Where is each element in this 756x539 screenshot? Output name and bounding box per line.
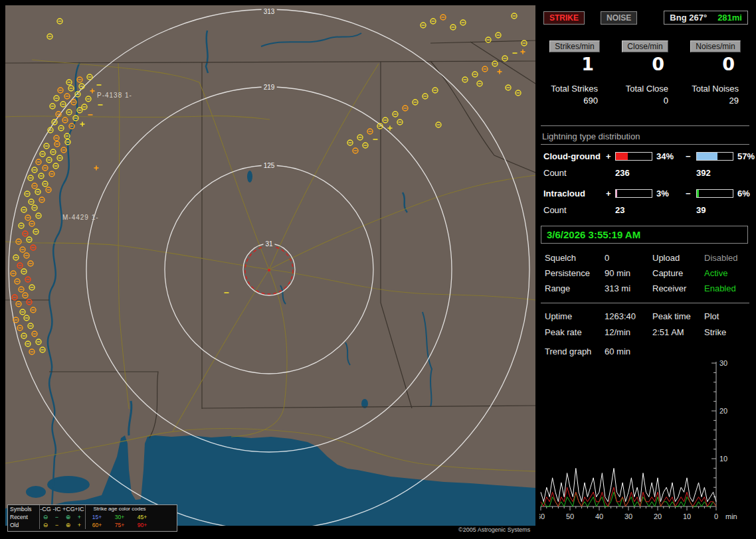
intracloud-label: Intracloud — [543, 189, 606, 198]
total-strikes-label: Total Strikes — [539, 84, 610, 94]
legend-header-cg-pos: +CG — [62, 505, 74, 513]
peak-rate-value: 12/min — [605, 327, 652, 337]
minus-sign: − — [686, 189, 696, 198]
total-close-label: Total Close — [610, 84, 680, 94]
old-ic-neg-icon: − — [51, 521, 62, 529]
bearing-distance: 281mi — [717, 13, 742, 23]
minus-sign: − — [686, 151, 696, 161]
svg-text:30: 30 — [624, 512, 632, 520]
cg-positive-count: 236 — [615, 168, 654, 178]
sidebar-panel: STRIKE NOISE Bng 267° 281mi Strikes/min … — [539, 5, 751, 534]
svg-text:min: min — [725, 512, 737, 520]
bearing-display: Bng 267° 281mi — [664, 11, 748, 25]
age-15: 15+ — [86, 513, 108, 521]
svg-text:50: 50 — [566, 512, 574, 520]
plus-sign: + — [606, 189, 615, 198]
svg-text:60: 60 — [539, 512, 545, 520]
datetime-display: 3/6/2026 3:55:19 AM — [541, 226, 748, 244]
total-strikes-value: 690 — [539, 96, 610, 106]
range-ring-label: 313 — [262, 8, 277, 15]
peak-time-label: Peak time — [652, 311, 704, 321]
copyright-text: ©2005 Astrogenic Systems — [458, 526, 530, 533]
noises-per-min-chip[interactable]: Noises/min — [690, 40, 740, 52]
ic-positive-bar — [615, 189, 652, 198]
age-90: 90+ — [131, 521, 153, 529]
total-noises-label: Total Noises — [680, 84, 751, 94]
trend-graph-window: 60 min — [605, 346, 751, 356]
old-cg-neg-icon: ⊖ — [40, 521, 51, 529]
old-ic-pos-icon: + — [74, 521, 85, 529]
trend-graph-canvas: 1020306050403020100min — [539, 359, 751, 529]
legend-symbols-header: Symbols — [8, 505, 39, 513]
storm-cell-label: P-4138 1- — [97, 92, 132, 99]
cg-negative-pct: 57% — [735, 151, 755, 161]
capture-label: Capture — [652, 268, 704, 278]
legend-recent-label: Recent — [8, 513, 39, 521]
recent-cg-neg-icon: ⊖ — [40, 513, 51, 521]
age-30: 30+ — [108, 513, 131, 521]
noise-button[interactable]: NOISE — [601, 11, 637, 25]
rate-chips-row: Strikes/min Close/min Noises/min — [539, 40, 751, 52]
svg-text:10: 10 — [719, 455, 727, 463]
trend-series-noise — [541, 492, 716, 506]
receiver-label: Receiver — [652, 283, 704, 293]
svg-text:30: 30 — [719, 359, 727, 367]
range-ring-label: 125 — [262, 162, 277, 169]
ic-negative-count: 39 — [696, 205, 735, 215]
range-ring-label: 31 — [263, 240, 274, 248]
map-view[interactable]: 31321912531 P-4138 1-M-4429 1- — [5, 5, 535, 526]
cg-negative-bar — [696, 152, 733, 161]
cloud-ground-label: Cloud-ground — [543, 151, 606, 161]
legend-age-header: Strike age color codes — [86, 505, 153, 513]
range-label: Range — [545, 283, 605, 293]
divider — [541, 125, 749, 126]
divider — [541, 144, 749, 145]
detector-marker — [268, 269, 270, 271]
intracloud-row: Intracloud + 3% − 6% — [543, 189, 751, 198]
count-label: Count — [543, 205, 606, 215]
cg-negative-count: 392 — [696, 168, 735, 178]
ic-positive-pct: 3% — [654, 189, 686, 198]
svg-text:10: 10 — [683, 512, 691, 520]
legend-old-label: Old — [8, 521, 39, 529]
strikes-per-min-chip[interactable]: Strikes/min — [549, 40, 599, 52]
ic-negative-pct: 6% — [735, 189, 751, 198]
recent-cg-pos-icon: ⊕ — [62, 513, 74, 521]
trend-graph: 1020306050403020100min — [539, 359, 751, 531]
intracloud-count-row: Count 23 39 — [543, 205, 751, 215]
svg-text:40: 40 — [595, 512, 603, 520]
count-label: Count — [543, 168, 606, 178]
range-ring-label: 219 — [262, 84, 277, 91]
bearing-value: Bng 267° — [670, 13, 707, 23]
stats-panel: Uptime 1263:40 Peak time Plot Peak rate … — [545, 311, 751, 337]
trend-graph-label: Trend graph — [545, 346, 605, 356]
settings-panel: Squelch 0 Upload Disabled Persistence 90… — [545, 253, 751, 293]
cloud-ground-count-row: Count 236 392 — [543, 168, 751, 178]
svg-text:0: 0 — [714, 512, 718, 520]
peak-time-value: 2:51 AM — [652, 327, 704, 337]
plus-sign: + — [606, 151, 615, 161]
divider — [541, 303, 749, 303]
legend-header-ic-pos: +IC — [74, 505, 85, 513]
legend-header-cg-neg: -CG — [40, 505, 51, 513]
recent-ic-pos-icon: + — [74, 513, 85, 521]
plot-value: Strike — [704, 327, 751, 337]
cg-positive-pct: 34% — [654, 151, 686, 161]
peak-rate-label: Peak rate — [545, 327, 605, 337]
svg-text:20: 20 — [654, 512, 662, 520]
persistence-value: 90 min — [605, 268, 652, 278]
receiver-status: Enabled — [704, 283, 751, 293]
strike-button[interactable]: STRIKE — [543, 11, 585, 25]
ic-negative-bar — [696, 189, 733, 198]
distribution-title: Lightning type distribution — [542, 131, 751, 141]
symbol-legend: Symbols -CG -IC +CG +IC Strike age color… — [7, 504, 177, 532]
total-noises-value: 29 — [680, 96, 751, 106]
close-per-min-chip[interactable]: Close/min — [622, 40, 668, 52]
upload-status: Disabled — [704, 253, 751, 263]
svg-text:20: 20 — [719, 407, 727, 415]
plot-label: Plot — [704, 311, 751, 321]
squelch-label: Squelch — [545, 253, 605, 263]
age-75: 75+ — [108, 521, 131, 529]
total-close-value: 0 — [610, 96, 680, 106]
cloud-ground-row: Cloud-ground + 34% − 57% — [543, 151, 751, 161]
